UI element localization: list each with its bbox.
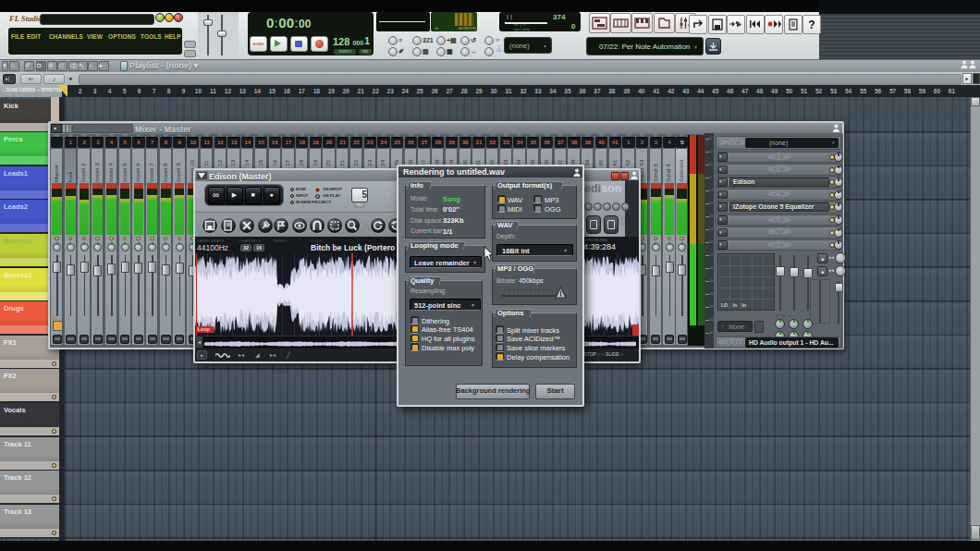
svg-text:?: ? [808, 18, 815, 31]
